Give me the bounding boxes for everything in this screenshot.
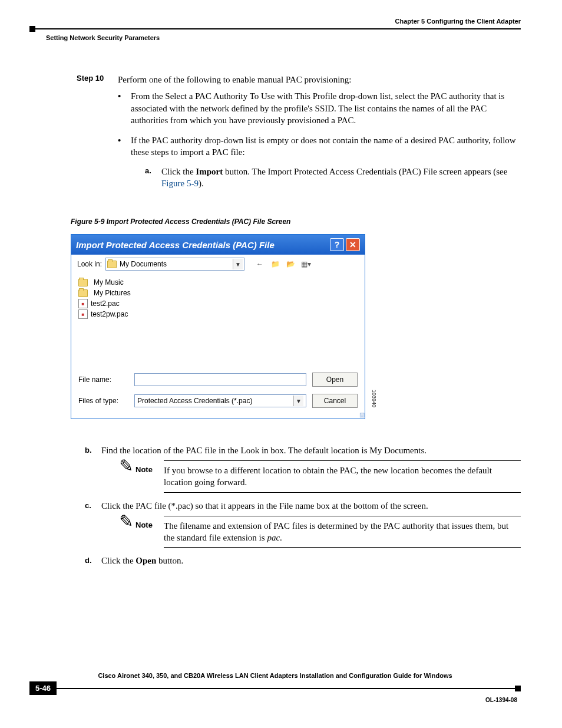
chapter-label: Chapter 5 Configuring the Client Adapter xyxy=(29,18,521,25)
list-item[interactable]: ■test2.pac xyxy=(78,298,358,309)
filetype-dropdown[interactable]: Protected Access Credentials (*.pac) ▼ xyxy=(134,394,306,407)
page-number: 5-46 xyxy=(29,681,57,695)
image-number: 103940 xyxy=(371,390,377,407)
note-label: Note xyxy=(135,460,164,493)
note-text: If you browse to a different location to… xyxy=(164,460,521,493)
filetype-label: Files of type: xyxy=(78,397,128,405)
folder-icon xyxy=(107,261,117,268)
folder-icon xyxy=(78,289,88,297)
file-list[interactable]: My Music My Pictures ■test2.pac ■test2pw… xyxy=(71,274,365,369)
new-folder-icon[interactable]: 📂 xyxy=(285,258,296,270)
help-button[interactable]: ? xyxy=(330,238,344,251)
view-menu-icon[interactable]: ▦▾ xyxy=(300,258,312,270)
substep-d: d. Click the Open button. xyxy=(85,556,521,566)
note-icon: ✎ xyxy=(119,515,136,548)
list-item[interactable]: ■test2pw.pac xyxy=(78,309,358,319)
filename-input[interactable] xyxy=(134,373,306,386)
note-label: Note xyxy=(135,516,164,548)
folder-icon xyxy=(78,279,88,286)
file-icon: ■ xyxy=(78,309,88,319)
dialog-window: Import Protected Access Credentials (PAC… xyxy=(71,234,365,419)
doc-id: OL-1394-08 xyxy=(29,697,517,703)
open-button[interactable]: Open xyxy=(312,373,358,387)
substep-b: b. Find the location of the PAC file in … xyxy=(85,446,521,493)
up-folder-icon[interactable]: 📁 xyxy=(269,258,281,270)
chevron-down-icon: ▼ xyxy=(293,396,303,406)
resize-grip[interactable]: ▨ xyxy=(71,411,365,419)
note-text: The filename and extension of PAC files … xyxy=(164,516,521,548)
step-label: Step 10 xyxy=(77,74,118,206)
filename-label: File name: xyxy=(78,375,128,384)
file-icon: ■ xyxy=(78,299,88,308)
lookin-dropdown[interactable]: My Documents ▼ xyxy=(105,258,244,271)
back-icon[interactable]: ← xyxy=(254,258,266,270)
list-item[interactable]: My Pictures xyxy=(78,288,358,298)
chevron-down-icon: ▼ xyxy=(233,259,243,269)
footer-rule: 5-46 xyxy=(29,681,521,695)
substep-c: c. Click the PAC file (*.pac) so that it… xyxy=(85,501,521,548)
substep-a: a. Click the Import button. The Import P… xyxy=(145,166,521,190)
footer-title: Cisco Aironet 340, 350, and CB20A Wirele… xyxy=(29,672,521,679)
bullet: From the Select a PAC Authority To Use w… xyxy=(118,90,521,126)
bullet: If the PAC authority drop-down list is e… xyxy=(118,134,521,197)
list-item[interactable]: My Music xyxy=(78,277,358,288)
figure-caption: Figure 5-9 Import Protected Access Crede… xyxy=(71,218,521,226)
dialog-title: Import Protected Access Credentials (PAC… xyxy=(76,240,328,250)
section-label: Setting Network Security Parameters xyxy=(46,34,521,41)
step-intro: Perform one of the following to enable m… xyxy=(118,74,521,85)
lookin-label: Look in: xyxy=(77,260,102,268)
header-rule xyxy=(29,26,521,32)
note-icon: ✎ xyxy=(119,460,136,493)
dialog-titlebar: Import Protected Access Credentials (PAC… xyxy=(71,235,365,255)
close-button[interactable]: ✕ xyxy=(346,238,360,251)
cancel-button[interactable]: Cancel xyxy=(312,394,358,408)
figure-ref-link[interactable]: Figure 5-9 xyxy=(161,179,199,188)
